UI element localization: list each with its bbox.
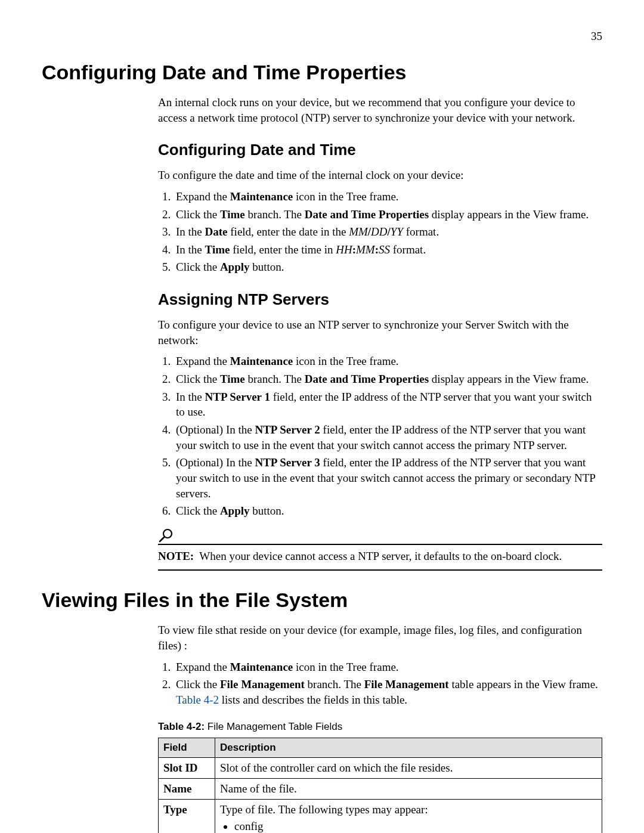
note-block: NOTE: When your device cannot access a N… xyxy=(158,527,602,571)
steps-assign-ntp: Expand the Maintenance icon in the Tree … xyxy=(158,354,602,518)
heading-configuring-date-time: Configuring Date and Time xyxy=(158,141,602,159)
table-cell-description: Slot of the controller card on which the… xyxy=(215,757,602,778)
page-number: 35 xyxy=(42,30,602,43)
file-management-table: Field Description Slot IDSlot of the con… xyxy=(158,738,602,833)
table-cell-description: Name of the file. xyxy=(215,778,602,799)
step-item: In the NTP Server 1 field, enter the IP … xyxy=(174,389,602,420)
heading-configuring-date-time-properties: Configuring Date and Time Properties xyxy=(42,61,602,84)
lead-in-c: To view file sthat reside on your device… xyxy=(158,623,602,653)
lead-in-a: To configure the date and time of the in… xyxy=(158,168,602,183)
table-row: NameName of the file. xyxy=(159,778,602,799)
lead-in-b: To configure your device to use an NTP s… xyxy=(158,317,602,348)
table-cell-description: Type of file. The following types may ap… xyxy=(215,799,602,833)
step-item: Click the Apply button. xyxy=(174,503,602,519)
table-header-field: Field xyxy=(159,738,215,757)
intro-paragraph: An internal clock runs on your device, b… xyxy=(158,95,602,125)
step-item: (Optional) In the NTP Server 2 field, en… xyxy=(174,422,602,453)
step-item: In the Date field, enter the date in the… xyxy=(174,224,602,240)
table-caption: Table 4-2: File Management Table Fields xyxy=(158,721,602,733)
table-cell-field: Name xyxy=(159,778,215,799)
svg-line-1 xyxy=(160,537,165,541)
step-item: Expand the Maintenance icon in the Tree … xyxy=(174,659,602,675)
table-header-description: Description xyxy=(215,738,602,757)
table-caption-title: File Management Table Fields xyxy=(205,721,342,732)
steps-configure-date-time: Expand the Maintenance icon in the Tree … xyxy=(158,189,602,275)
steps-view-files: Expand the Maintenance icon in the Tree … xyxy=(158,659,602,708)
list-item: config xyxy=(234,820,597,833)
step-item: Click the Time branch. The Date and Time… xyxy=(174,371,602,387)
note-label: NOTE: xyxy=(158,550,194,562)
step-item: In the Time field, enter the time in HH:… xyxy=(174,242,602,258)
step-item: Click the Time branch. The Date and Time… xyxy=(174,207,602,222)
table-caption-number: Table 4-2: xyxy=(158,721,205,732)
table-row: Slot IDSlot of the controller card on wh… xyxy=(159,757,602,778)
table-cell-field: Type xyxy=(159,799,215,833)
step-item: Expand the Maintenance icon in the Tree … xyxy=(174,354,602,369)
note-text: When your device cannot access a NTP ser… xyxy=(194,550,562,562)
step-item: (Optional) In the NTP Server 3 field, en… xyxy=(174,455,602,501)
heading-assigning-ntp-servers: Assigning NTP Servers xyxy=(158,290,602,309)
table-row: TypeType of file. The following types ma… xyxy=(159,799,602,833)
heading-viewing-files: Viewing Files in the File System xyxy=(42,589,602,612)
note-line: NOTE: When your device cannot access a N… xyxy=(158,549,602,564)
table-cell-field: Slot ID xyxy=(159,757,215,778)
magnifier-icon xyxy=(158,527,175,544)
step-item: Click the Apply button. xyxy=(174,259,602,275)
step-item: Expand the Maintenance icon in the Tree … xyxy=(174,189,602,205)
step-item: Click the File Management branch. The Fi… xyxy=(174,677,602,707)
